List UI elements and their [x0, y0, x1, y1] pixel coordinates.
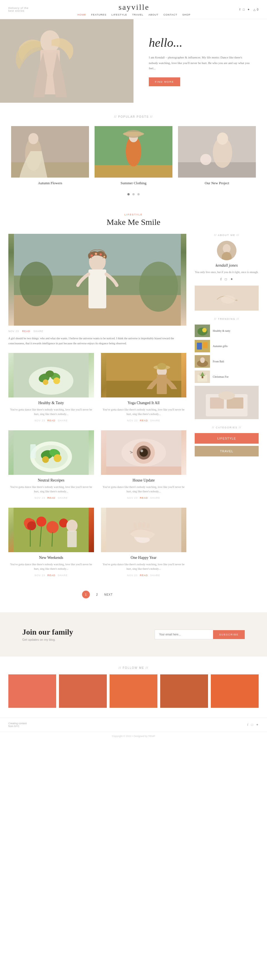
svg-point-42: [157, 363, 166, 370]
post4-date: NOV 23: [127, 496, 138, 500]
newsletter-title: Join our family: [22, 628, 73, 636]
newsletter-email-input[interactable]: [155, 630, 213, 640]
trending-label-2: Autumn gifts: [213, 345, 227, 348]
lifestyle-hero-image: [8, 234, 186, 326]
blog-grid: Healthy & Tasty You've gotta dance like …: [8, 353, 186, 577]
blog-title-2: Yoga Changed It All: [101, 401, 187, 405]
about-quote: You only live once, but if you do it rig…: [195, 270, 259, 274]
page-1[interactable]: 1: [82, 590, 90, 598]
blog-meta-6: NOV 23 READ SHARE: [101, 574, 187, 577]
about-avatar: [217, 241, 237, 260]
lifestyle-main-layout: NOV 23 READ SHARE A girl should be two t…: [8, 234, 259, 607]
post2-read[interactable]: READ: [140, 419, 148, 422]
post5-share[interactable]: SHARE: [57, 574, 68, 577]
post-read-link[interactable]: READ: [22, 330, 30, 332]
cart-icon: △: [253, 8, 256, 11]
instagram-icon[interactable]: □: [243, 8, 245, 11]
post2-share[interactable]: SHARE: [150, 419, 160, 422]
blog-title-4: House Update: [101, 478, 187, 483]
hero-section: hello... I am Kendall – photographer & i…: [0, 19, 267, 103]
svg-point-21: [19, 262, 53, 306]
svg-point-49: [42, 456, 49, 463]
cart[interactable]: △ 0: [253, 8, 259, 11]
post6-share[interactable]: SHARE: [150, 574, 160, 577]
facebook-icon[interactable]: f: [240, 8, 241, 11]
about-twitter-icon[interactable]: ✦: [230, 277, 233, 282]
category-lifestyle[interactable]: Lifestyle: [195, 433, 259, 444]
blog-title-3: Neutral Receipes: [8, 478, 94, 483]
trending-item-1[interactable]: Healthy & tasty: [195, 325, 259, 337]
post-share-link[interactable]: SHARE: [33, 330, 43, 332]
post4-share[interactable]: SHARE: [150, 496, 160, 500]
post5-read[interactable]: READ: [47, 574, 56, 577]
svg-point-16: [217, 132, 228, 145]
about-instagram-icon[interactable]: □: [225, 277, 227, 282]
nav-contact[interactable]: CONTACT: [164, 13, 178, 16]
blog-card-1: Healthy & Tasty You've gotta dance like …: [8, 353, 94, 422]
nav-social: f □ ✦: [240, 8, 250, 11]
nav-right: f □ ✦ △ 0: [240, 8, 259, 11]
nav-shop[interactable]: SHOP: [183, 13, 191, 16]
blog-title-1: Healthy & Tasty: [8, 401, 94, 405]
categories-title: // CATEGORIES //: [195, 426, 259, 429]
follow-grid: [8, 675, 259, 708]
follow-img-4[interactable]: [160, 675, 208, 708]
blog-meta-1: NOV 23 READ SHARE: [8, 419, 94, 422]
newsletter-form: SUBSCRIBE: [155, 630, 245, 640]
follow-img-3[interactable]: [110, 675, 157, 708]
sidebar: // ABOUT ME // kendall jones You only li…: [195, 234, 259, 607]
lifestyle-label: LIFESTYLE: [8, 213, 259, 216]
subscribe-button[interactable]: SUBSCRIBE: [213, 630, 245, 639]
nav-lifestyle[interactable]: LIFESTYLE: [111, 13, 127, 16]
newsletter-section: Join our family Get updates on my blog. …: [0, 612, 267, 657]
svg-point-56: [140, 450, 143, 452]
delivery-line1: Delivery of the: [8, 7, 29, 10]
category-travel[interactable]: Travel: [195, 446, 259, 457]
twitter-icon[interactable]: ✦: [247, 8, 250, 11]
svg-rect-59: [106, 466, 181, 475]
post1-share[interactable]: SHARE: [57, 419, 68, 422]
dot-2[interactable]: [132, 193, 135, 196]
nav-about[interactable]: ABOUT: [148, 13, 159, 16]
post6-read[interactable]: READ: [140, 574, 148, 577]
navigation: Delivery of the best stories sayville HO…: [0, 0, 267, 19]
popular-posts-section: // POPULAR POSTS // Autumn Flowers: [0, 103, 267, 205]
follow-img-5[interactable]: [211, 675, 259, 708]
svg-point-35: [53, 377, 60, 384]
dot-1[interactable]: [127, 193, 130, 196]
post4-read[interactable]: READ: [140, 496, 148, 500]
trending-title: // TRENDING //: [195, 318, 259, 320]
blog-text-1: You've gotta dance like there's nobody w…: [8, 407, 94, 416]
follow-img-2[interactable]: [59, 675, 107, 708]
footer-twitter-icon[interactable]: ✦: [256, 723, 259, 727]
post3-date: NOV 23: [35, 496, 45, 500]
post3-read[interactable]: READ: [47, 496, 56, 500]
hero-hello: hello...: [149, 36, 252, 50]
dot-3[interactable]: [137, 193, 140, 196]
blog-card-2: Yoga Changed It All You've gotta dance l…: [101, 353, 187, 422]
post-image-autumn: [11, 126, 89, 178]
nav-features[interactable]: FEATURES: [91, 13, 106, 16]
trending-item-3[interactable]: From Bali: [195, 355, 259, 368]
nav-home[interactable]: HOME: [77, 13, 86, 16]
popular-posts-grid: Autumn Flowers Summer Clothing: [8, 126, 259, 185]
blog-text-6: You've gotta dance like there's nobody w…: [101, 562, 187, 571]
trending-item-2[interactable]: Autumn gifts: [195, 340, 259, 352]
post3-share[interactable]: SHARE: [57, 496, 68, 500]
lifestyle-section: LIFESTYLE Make Me Smile: [0, 205, 267, 607]
footer-facebook-icon[interactable]: f: [247, 723, 248, 727]
hero-content: hello... I am Kendall – photographer & i…: [134, 19, 267, 103]
page-next[interactable]: NEXT: [104, 593, 113, 596]
footer-instagram-icon[interactable]: □: [251, 723, 253, 727]
about-facebook-icon[interactable]: f: [220, 277, 221, 282]
trending-item-4[interactable]: Christmas For: [195, 371, 259, 383]
follow-img-1[interactable]: [8, 675, 56, 708]
post-image-summer: [95, 126, 172, 178]
blog-text-2: You've gotta dance like there's nobody w…: [101, 407, 187, 416]
nav-travel[interactable]: TRAVEL: [132, 13, 143, 16]
page-2[interactable]: 2: [93, 590, 101, 598]
post1-read[interactable]: READ: [47, 419, 56, 422]
svg-rect-91: [202, 376, 203, 378]
svg-rect-71: [67, 530, 77, 547]
find-more-button[interactable]: FIND MORE: [149, 77, 180, 86]
